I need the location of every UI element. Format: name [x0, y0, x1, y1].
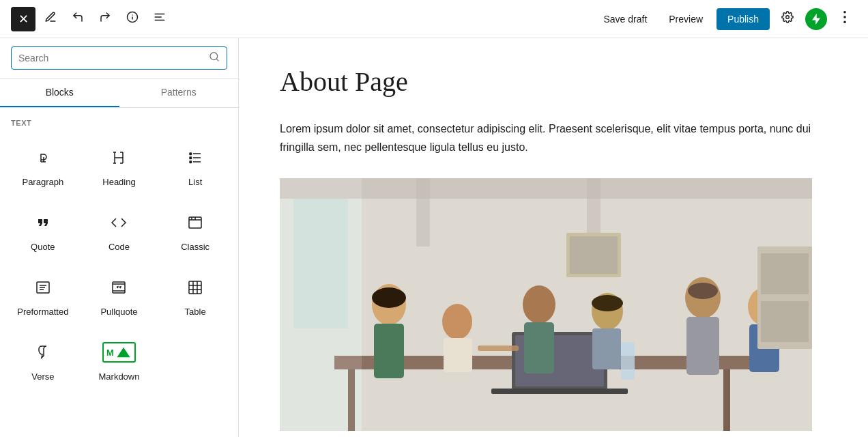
category-text: TEXT: [0, 108, 238, 132]
menu-icon: [154, 11, 166, 27]
block-item-code[interactable]: Code: [82, 197, 157, 261]
svg-rect-49: [491, 389, 628, 394]
svg-point-7: [843, 11, 846, 14]
block-item-list[interactable]: List: [158, 132, 233, 196]
svg-point-53: [442, 304, 472, 339]
svg-line-11: [216, 59, 218, 61]
page-image: [280, 178, 812, 431]
main-layout: Blocks Patterns TEXT Paragraph: [0, 38, 868, 437]
svg-rect-31: [189, 281, 201, 294]
more-options-button[interactable]: [833, 7, 857, 31]
save-draft-button[interactable]: Save draft: [595, 10, 655, 29]
list-icon: [182, 144, 209, 171]
svg-point-6: [786, 16, 790, 19]
brush-icon: [44, 11, 57, 27]
svg-rect-66: [478, 346, 519, 351]
block-label-preformatted: Preformatted: [17, 307, 68, 317]
block-label-quote: Quote: [31, 242, 55, 252]
block-label-code: Code: [108, 242, 130, 252]
close-icon: ✕: [18, 12, 29, 27]
block-item-pullquote[interactable]: Pullquote: [82, 262, 157, 326]
tab-blocks[interactable]: Blocks: [0, 79, 119, 107]
info-icon: [126, 11, 139, 27]
svg-rect-46: [723, 369, 730, 431]
page-title[interactable]: About Page: [280, 66, 827, 98]
page-content[interactable]: Lorem ipsum dolor sit amet, consectetur …: [280, 119, 826, 156]
preview-button[interactable]: Preview: [661, 10, 711, 29]
block-label-markdown: Markdown: [99, 371, 140, 382]
tabs: Blocks Patterns: [0, 79, 238, 108]
block-item-quote[interactable]: Quote: [5, 197, 81, 261]
search-icon[interactable]: [209, 51, 220, 65]
block-label-paragraph: Paragraph: [22, 177, 63, 187]
verse-icon: [29, 339, 57, 366]
svg-rect-56: [524, 322, 554, 373]
undo-button[interactable]: [66, 7, 90, 31]
paragraph-icon: [29, 144, 57, 171]
svg-rect-50: [621, 342, 635, 380]
menu-button[interactable]: [147, 7, 172, 31]
pullquote-icon: [105, 274, 132, 301]
undo-icon: [72, 11, 84, 27]
svg-rect-60: [686, 317, 719, 375]
block-item-markdown[interactable]: M Markdown: [82, 327, 157, 391]
block-label-heading: Heading: [102, 177, 135, 187]
svg-rect-18: [190, 157, 192, 159]
quote-icon: [29, 209, 57, 236]
code-icon: [105, 209, 132, 236]
search-input[interactable]: [18, 53, 203, 64]
block-label-pullquote: Pullquote: [100, 307, 137, 317]
block-item-heading[interactable]: Heading: [82, 132, 157, 196]
info-button[interactable]: [120, 7, 145, 31]
svg-rect-72: [570, 236, 618, 274]
avatar[interactable]: [805, 8, 827, 30]
redo-icon: [99, 11, 111, 27]
search-container: [0, 38, 238, 79]
toolbar: ✕: [0, 0, 868, 38]
block-item-verse[interactable]: Verse: [5, 327, 81, 391]
tab-patterns[interactable]: Patterns: [119, 79, 239, 107]
more-icon: [843, 11, 846, 27]
block-label-verse: Verse: [31, 371, 54, 382]
toolbar-left: ✕: [11, 7, 172, 31]
svg-rect-42: [416, 178, 430, 246]
close-button[interactable]: ✕: [11, 7, 35, 31]
image-placeholder: [280, 178, 812, 431]
svg-rect-19: [190, 161, 192, 163]
svg-rect-69: [761, 253, 809, 294]
editor-area: About Page Lorem ipsum dolor sit amet, c…: [239, 38, 868, 437]
svg-rect-17: [190, 153, 192, 155]
search-box: [11, 46, 227, 70]
block-item-preformatted[interactable]: Preformatted: [5, 262, 81, 326]
classic-icon: [182, 209, 209, 236]
settings-button[interactable]: [775, 7, 800, 31]
block-item-classic[interactable]: Classic: [158, 197, 233, 261]
svg-rect-67: [280, 178, 362, 431]
table-icon: [182, 274, 209, 301]
publish-button[interactable]: Publish: [717, 8, 770, 30]
svg-rect-52: [374, 324, 404, 378]
svg-point-63: [372, 287, 406, 308]
svg-rect-70: [761, 301, 809, 342]
svg-rect-58: [592, 328, 621, 369]
heading-icon: [105, 144, 132, 171]
block-label-classic: Classic: [181, 242, 209, 252]
svg-point-55: [523, 285, 555, 324]
block-item-table[interactable]: Table: [158, 262, 233, 326]
block-label-list: List: [188, 177, 202, 187]
brush-button[interactable]: [38, 7, 63, 31]
markdown-icon: M: [105, 339, 132, 366]
svg-point-8: [843, 16, 846, 18]
sidebar: Blocks Patterns TEXT Paragraph: [0, 38, 239, 437]
svg-point-64: [592, 295, 623, 311]
svg-point-65: [688, 283, 718, 299]
svg-point-9: [843, 20, 846, 23]
gear-icon: [781, 11, 794, 27]
preformatted-icon: [29, 274, 57, 301]
svg-marker-36: [117, 348, 130, 357]
block-item-paragraph[interactable]: Paragraph: [5, 132, 81, 196]
redo-button[interactable]: [93, 7, 117, 31]
svg-rect-54: [444, 338, 472, 372]
toolbar-right: Save draft Preview Publish: [595, 7, 857, 31]
block-label-table: Table: [185, 307, 206, 317]
